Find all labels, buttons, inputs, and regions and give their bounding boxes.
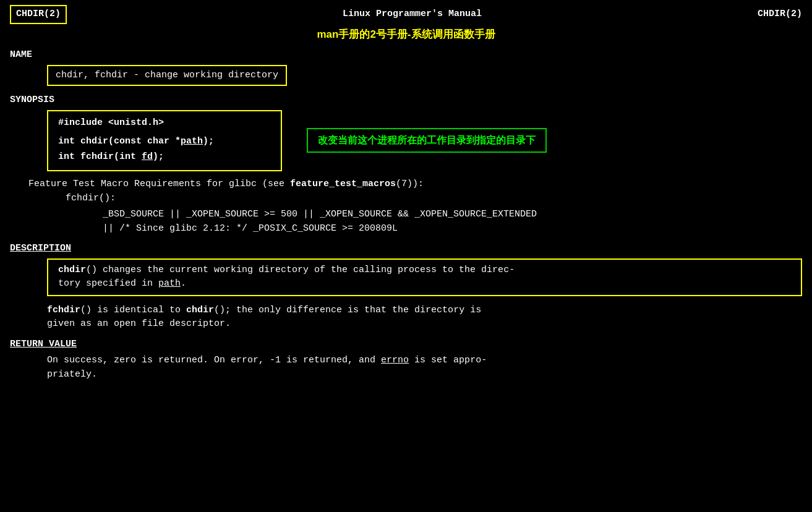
name-content: chdir, fchdir - change working directory (47, 65, 287, 87)
return-line1: On success, zero is returned. On error, … (47, 354, 802, 368)
fchdir-proto-text: int fchdir(int fd); (58, 151, 164, 162)
chdir-desc-line1: chdir() changes the current working dire… (58, 263, 791, 278)
synopsis-content-area: #include <unistd.h> int chdir(const char… (10, 110, 802, 172)
fchdir-bold: fchdir (47, 305, 80, 315)
feature-test-line2: || /* Since glibc 2.12: */ _POSIX_C_SOUR… (103, 222, 802, 236)
synopsis-code-box: #include <unistd.h> int chdir(const char… (47, 110, 282, 172)
synopsis-label: SYNOPSIS (10, 93, 802, 108)
return-label-text: RETURN VALUE (10, 339, 77, 349)
return-line2: priately. (47, 368, 802, 382)
synopsis-section: SYNOPSIS #include <unistd.h> int chdir(c… (10, 93, 802, 171)
feature-test-block: Feature Test Macro Requirements for glib… (28, 177, 802, 236)
chdir-proto: int chdir(const char *path); (58, 135, 271, 149)
header-left-label: CHDIR(2) (10, 5, 67, 24)
feature-test-intro-text: Feature Test Macro Requirements for glib… (28, 179, 290, 189)
chdir-desc-rest-line1: () changes the current working directory… (86, 265, 515, 275)
name-label: NAME (10, 48, 802, 62)
description-section: DESCRIPTION chdir() changes the current … (10, 242, 802, 331)
name-section: NAME chdir, fchdir - change working dire… (10, 48, 802, 93)
chdir-desc-line2: tory specified in path. (58, 277, 791, 291)
chdir-bold: chdir (58, 265, 86, 275)
synopsis-annotation: 改变当前这个进程所在的工作目录到指定的目录下 (307, 128, 547, 153)
header-right-label: CHDIR(2) (758, 7, 802, 22)
feature-test-intro: Feature Test Macro Requirements for glib… (28, 177, 802, 192)
fchdir-desc-line1-part2: (); the only difference is that the dire… (214, 305, 481, 315)
feature-test-line1: _BSD_SOURCE || _XOPEN_SOURCE >= 500 || _… (103, 208, 802, 222)
chdir-desc-line2-text: tory specified in path. (58, 278, 186, 289)
fchdir-label: fchdir(): (66, 193, 116, 203)
fchdir-desc-line1: fchdir() is identical to chdir(); the on… (47, 304, 802, 318)
header-bar: CHDIR(2) Linux Programmer's Manual CHDIR… (10, 5, 802, 24)
fchdir-desc-line1-part1: () is identical to (80, 305, 186, 315)
fchdir-desc-line2: given as an open file descriptor. (47, 317, 802, 331)
return-section: RETURN VALUE On success, zero is returne… (10, 338, 802, 382)
chdir-proto-text: int chdir(const char *path); (58, 136, 214, 147)
chdir-ref-bold: chdir (186, 305, 214, 315)
include-line: #include <unistd.h> (58, 116, 271, 130)
subtitle: man手册的2号手册-系统调用函数手册 (10, 27, 802, 43)
fchdir-proto: int fchdir(int fd); (58, 150, 271, 164)
description-label: DESCRIPTION (10, 242, 802, 256)
feature-test-link: feature_test_macros (290, 179, 396, 189)
fchdir-label-block: fchdir(): (66, 192, 802, 206)
return-line1-text: On success, zero is returned. On error, … (47, 355, 487, 365)
fchdir-desc-paragraph: fchdir() is identical to chdir(); the on… (47, 304, 802, 331)
description-label-text: DESCRIPTION (10, 243, 71, 254)
return-label: RETURN VALUE (10, 338, 802, 352)
header-center-label: Linux Programmer's Manual (343, 7, 482, 22)
feature-test-intro-end: (7)): (396, 179, 424, 189)
chdir-desc-box: chdir() changes the current working dire… (47, 258, 802, 296)
return-paragraph: On success, zero is returned. On error, … (47, 354, 802, 382)
